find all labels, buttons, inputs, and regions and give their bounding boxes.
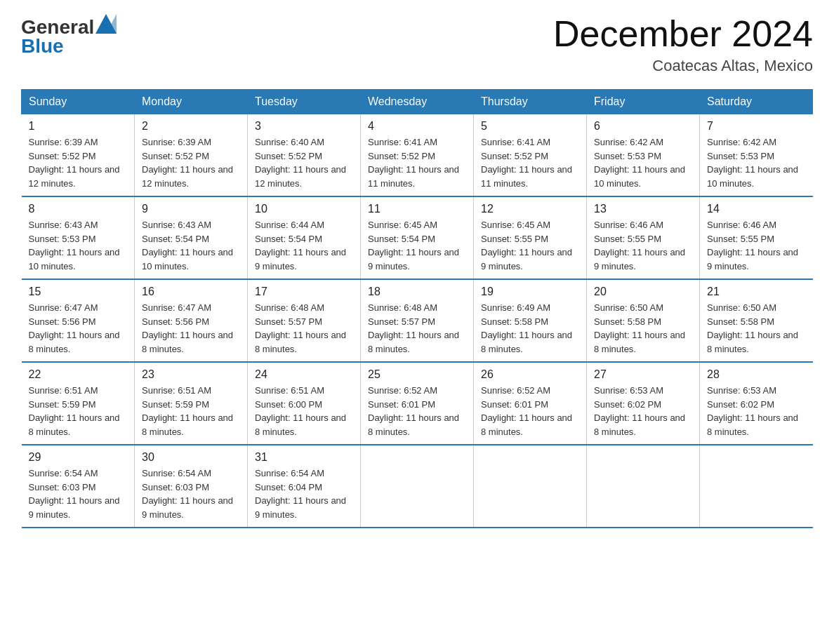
day-info: Sunrise: 6:52 AM Sunset: 6:01 PM Dayligh… [368,384,466,438]
calendar-day-cell [700,445,813,528]
day-info: Sunrise: 6:42 AM Sunset: 5:53 PM Dayligh… [594,135,692,190]
day-info: Sunrise: 6:41 AM Sunset: 5:52 PM Dayligh… [368,135,466,190]
day-number: 29 [29,451,128,464]
calendar-day-cell: 10 Sunrise: 6:44 AM Sunset: 5:54 PM Dayl… [248,196,361,279]
day-info: Sunrise: 6:47 AM Sunset: 5:56 PM Dayligh… [29,301,128,356]
calendar-day-cell: 12 Sunrise: 6:45 AM Sunset: 5:55 PM Dayl… [474,196,587,279]
day-info: Sunrise: 6:54 AM Sunset: 6:03 PM Dayligh… [29,467,128,521]
day-number: 17 [255,286,353,298]
calendar-day-cell: 2 Sunrise: 6:39 AM Sunset: 5:52 PM Dayli… [135,114,248,197]
calendar-day-cell: 23 Sunrise: 6:51 AM Sunset: 5:59 PM Dayl… [135,362,248,445]
day-number: 6 [594,120,692,133]
day-info: Sunrise: 6:47 AM Sunset: 5:56 PM Dayligh… [142,301,240,356]
day-info: Sunrise: 6:50 AM Sunset: 5:58 PM Dayligh… [594,301,692,356]
calendar-day-cell: 1 Sunrise: 6:39 AM Sunset: 5:52 PM Dayli… [22,114,135,197]
day-info: Sunrise: 6:40 AM Sunset: 5:52 PM Dayligh… [255,135,353,190]
day-info: Sunrise: 6:45 AM Sunset: 5:54 PM Dayligh… [368,218,466,273]
day-info: Sunrise: 6:52 AM Sunset: 6:01 PM Dayligh… [481,384,579,438]
day-number: 12 [481,203,579,215]
day-number: 26 [481,368,579,381]
calendar-day-cell [361,445,474,528]
day-number: 18 [368,286,466,298]
month-title: December 2024 [553,14,813,54]
day-number: 25 [368,368,466,381]
calendar-week-row: 1 Sunrise: 6:39 AM Sunset: 5:52 PM Dayli… [22,114,813,197]
title-section: December 2024 Coatecas Altas, Mexico [553,14,813,75]
day-number: 7 [707,120,806,133]
day-number: 21 [707,286,806,298]
calendar-header-saturday: Saturday [700,90,813,114]
calendar-header-sunday: Sunday [22,90,135,114]
calendar-day-cell: 17 Sunrise: 6:48 AM Sunset: 5:57 PM Dayl… [248,279,361,362]
calendar-day-cell: 22 Sunrise: 6:51 AM Sunset: 5:59 PM Dayl… [22,362,135,445]
day-info: Sunrise: 6:49 AM Sunset: 5:58 PM Dayligh… [481,301,579,356]
day-number: 11 [368,203,466,215]
calendar-week-row: 15 Sunrise: 6:47 AM Sunset: 5:56 PM Dayl… [22,279,813,362]
day-info: Sunrise: 6:42 AM Sunset: 5:53 PM Dayligh… [707,135,806,190]
calendar-day-cell: 24 Sunrise: 6:51 AM Sunset: 6:00 PM Dayl… [248,362,361,445]
calendar-day-cell: 13 Sunrise: 6:46 AM Sunset: 5:55 PM Dayl… [587,196,700,279]
calendar-day-cell: 16 Sunrise: 6:47 AM Sunset: 5:56 PM Dayl… [135,279,248,362]
day-info: Sunrise: 6:44 AM Sunset: 5:54 PM Dayligh… [255,218,353,273]
calendar-header-row: SundayMondayTuesdayWednesdayThursdayFrid… [22,90,813,114]
calendar-day-cell: 31 Sunrise: 6:54 AM Sunset: 6:04 PM Dayl… [248,445,361,528]
calendar-day-cell: 11 Sunrise: 6:45 AM Sunset: 5:54 PM Dayl… [361,196,474,279]
calendar-day-cell: 18 Sunrise: 6:48 AM Sunset: 5:57 PM Dayl… [361,279,474,362]
day-number: 10 [255,203,353,215]
logo-triangle-icon [95,14,117,34]
day-number: 9 [142,203,240,215]
day-number: 3 [255,120,353,133]
day-info: Sunrise: 6:51 AM Sunset: 6:00 PM Dayligh… [255,384,353,438]
logo-blue: Blue [21,35,64,57]
calendar-day-cell: 3 Sunrise: 6:40 AM Sunset: 5:52 PM Dayli… [248,114,361,197]
day-info: Sunrise: 6:53 AM Sunset: 6:02 PM Dayligh… [594,384,692,438]
calendar-header-friday: Friday [587,90,700,114]
day-number: 2 [142,120,240,133]
day-info: Sunrise: 6:54 AM Sunset: 6:03 PM Dayligh… [142,467,240,521]
day-info: Sunrise: 6:51 AM Sunset: 5:59 PM Dayligh… [29,384,128,438]
calendar-day-cell: 25 Sunrise: 6:52 AM Sunset: 6:01 PM Dayl… [361,362,474,445]
day-info: Sunrise: 6:46 AM Sunset: 5:55 PM Dayligh… [707,218,806,273]
location: Coatecas Altas, Mexico [553,57,813,75]
day-number: 5 [481,120,579,133]
calendar-header-monday: Monday [135,90,248,114]
calendar-day-cell: 6 Sunrise: 6:42 AM Sunset: 5:53 PM Dayli… [587,114,700,197]
day-number: 1 [29,120,128,133]
logo: General Blue [21,14,117,58]
day-number: 24 [255,368,353,381]
day-info: Sunrise: 6:39 AM Sunset: 5:52 PM Dayligh… [142,135,240,190]
calendar-header-thursday: Thursday [474,90,587,114]
day-number: 14 [707,203,806,215]
day-info: Sunrise: 6:43 AM Sunset: 5:54 PM Dayligh… [142,218,240,273]
day-number: 27 [594,368,692,381]
calendar-day-cell: 19 Sunrise: 6:49 AM Sunset: 5:58 PM Dayl… [474,279,587,362]
day-info: Sunrise: 6:48 AM Sunset: 5:57 PM Dayligh… [255,301,353,356]
day-number: 28 [707,368,806,381]
calendar-day-cell: 14 Sunrise: 6:46 AM Sunset: 5:55 PM Dayl… [700,196,813,279]
day-info: Sunrise: 6:48 AM Sunset: 5:57 PM Dayligh… [368,301,466,356]
calendar-week-row: 22 Sunrise: 6:51 AM Sunset: 5:59 PM Dayl… [22,362,813,445]
day-number: 31 [255,451,353,464]
calendar-day-cell: 7 Sunrise: 6:42 AM Sunset: 5:53 PM Dayli… [700,114,813,197]
calendar-day-cell: 28 Sunrise: 6:53 AM Sunset: 6:02 PM Dayl… [700,362,813,445]
calendar-table: SundayMondayTuesdayWednesdayThursdayFrid… [21,89,813,528]
day-info: Sunrise: 6:54 AM Sunset: 6:04 PM Dayligh… [255,467,353,521]
day-number: 16 [142,286,240,298]
calendar-day-cell: 4 Sunrise: 6:41 AM Sunset: 5:52 PM Dayli… [361,114,474,197]
day-number: 19 [481,286,579,298]
day-info: Sunrise: 6:39 AM Sunset: 5:52 PM Dayligh… [29,135,128,190]
calendar-day-cell: 9 Sunrise: 6:43 AM Sunset: 5:54 PM Dayli… [135,196,248,279]
day-number: 4 [368,120,466,133]
day-number: 23 [142,368,240,381]
calendar-header-tuesday: Tuesday [248,90,361,114]
calendar-day-cell: 21 Sunrise: 6:50 AM Sunset: 5:58 PM Dayl… [700,279,813,362]
day-info: Sunrise: 6:46 AM Sunset: 5:55 PM Dayligh… [594,218,692,273]
day-number: 20 [594,286,692,298]
day-number: 8 [29,203,128,215]
calendar-day-cell: 26 Sunrise: 6:52 AM Sunset: 6:01 PM Dayl… [474,362,587,445]
page-header: General Blue December 2024 Coatecas Alta… [21,14,813,75]
day-info: Sunrise: 6:45 AM Sunset: 5:55 PM Dayligh… [481,218,579,273]
calendar-week-row: 8 Sunrise: 6:43 AM Sunset: 5:53 PM Dayli… [22,196,813,279]
day-number: 13 [594,203,692,215]
calendar-day-cell: 8 Sunrise: 6:43 AM Sunset: 5:53 PM Dayli… [22,196,135,279]
